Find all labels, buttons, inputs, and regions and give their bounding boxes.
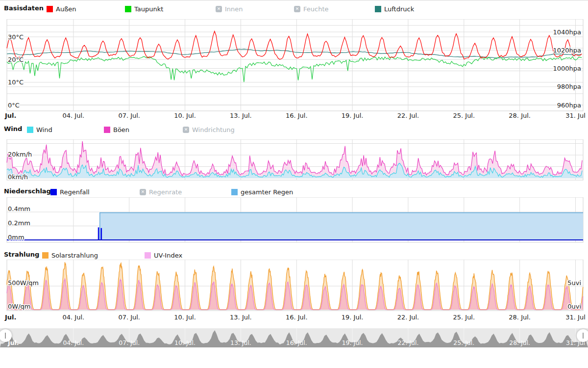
navigator-tick-label: 10. Jul. [174, 339, 196, 346]
weather-dashboard: Basisdaten AußenTaupunkt✕Innen✕FeuchteLu… [0, 0, 588, 368]
legend-swatch [27, 127, 33, 133]
legend-label: Solarstrahlung [51, 252, 98, 259]
legend-item-uv-index[interactable]: UV-Index [145, 251, 182, 259]
y-axis-label: 0uvi [567, 303, 581, 310]
section-title-basisdaten: Basisdaten [4, 4, 44, 12]
x-tick-label: 22. Jul. [397, 112, 419, 119]
section-title-strahlung: Strahlung [4, 251, 39, 258]
x-tick-label: 25. Jul. [453, 112, 475, 119]
navigator-right-handle[interactable] [577, 329, 588, 342]
navigator-tick-label: 25. Jul. [453, 339, 474, 346]
y-axis-label: 0W/qm [8, 303, 30, 310]
wind-legend-row: Wind WindBöen✕Windrichtung [0, 125, 588, 135]
disabled-x-icon: ✕ [140, 189, 146, 195]
legend-label: Taupunkt [134, 5, 163, 13]
legend-label: Innen [225, 5, 243, 13]
navigator-strip[interactable]: Jul.04. Jul.07. Jul.10. Jul.13. Jul.16. … [0, 328, 588, 348]
navigator-tick-label: 28. Jul. [509, 339, 530, 346]
legend-label: Regenrate [149, 188, 182, 196]
disabled-x-icon: ✕ [294, 6, 300, 12]
y-axis-label: 20km/h [8, 151, 32, 158]
y-axis-label: 1040hpa [553, 28, 581, 36]
legend-label: gesamter Regen [241, 188, 293, 196]
x-tick-label: 31. Jul [565, 112, 586, 119]
legend-swatch [50, 189, 57, 195]
navigator-tick-label: 22. Jul. [397, 339, 418, 346]
basisdaten-chart[interactable]: 30°C20°C10°C0°C1040hpa1020hpa1000hpa980h… [0, 19, 588, 111]
x-tick-label: 16. Jul. [286, 112, 308, 119]
navigator-tick-label: 04. Jul. [63, 339, 84, 346]
y-axis-label: 960hpa [557, 102, 581, 109]
wind-chart[interactable]: 20km/h0km/h [0, 139, 588, 181]
y-axis-label: 1020hpa [553, 47, 581, 54]
niederschlag-chart[interactable]: 0.4mm0.2mm0mm [0, 197, 588, 243]
legend-item-taupunkt[interactable]: Taupunkt [125, 5, 163, 13]
y-axis-label: 30°C [8, 33, 24, 41]
navigator-tick-label: 19. Jul. [342, 339, 363, 346]
legend-item-außen[interactable]: Außen [47, 5, 76, 13]
legend-item-regenfall[interactable]: Regenfall [50, 188, 90, 196]
legend-swatch [104, 127, 110, 133]
strahlung-x-axis: Jul.04. Jul.07. Jul.10. Jul.13. Jul.16. … [0, 314, 588, 322]
x-tick-label: 25. Jul. [453, 314, 475, 321]
navigator-handle-grip-icon [583, 333, 584, 339]
y-axis-label: 980hpa [557, 83, 581, 90]
legend-item-solarstrahlung[interactable]: Solarstrahlung [42, 251, 98, 259]
y-axis-label: 0km/h [8, 173, 28, 181]
legend-item-regenrate[interactable]: ✕Regenrate [140, 188, 182, 196]
x-tick-label: 31. Jul [565, 314, 586, 321]
x-tick-label: 07. Jul. [118, 112, 140, 119]
x-tick-label: 19. Jul. [342, 314, 364, 321]
legend-label: Außen [56, 5, 76, 13]
x-tick-label: 28. Jul. [509, 112, 531, 119]
strahlung-legend-row: Strahlung SolarstrahlungUV-Index [0, 251, 588, 261]
x-tick-label: 13. Jul. [230, 314, 252, 321]
y-axis-label: 10°C [8, 79, 24, 86]
legend-swatch [145, 252, 151, 259]
legend-item-wind[interactable]: Wind [27, 126, 52, 133]
legend-label: Windrichtung [192, 126, 235, 133]
x-tick-label: 04. Jul. [63, 112, 85, 119]
navigator-tick-label: 16. Jul. [286, 339, 307, 346]
legend-item-feuchte[interactable]: ✕Feuchte [294, 5, 329, 13]
legend-label: Böen [113, 126, 129, 133]
x-tick-label: 10. Jul. [174, 314, 196, 321]
x-tick-label: 28. Jul. [509, 314, 531, 321]
disabled-x-icon: ✕ [183, 127, 189, 133]
legend-label: Wind [36, 126, 52, 133]
x-tick-label: 19. Jul. [342, 112, 364, 119]
x-tick-label: Jul. [5, 112, 17, 119]
navigator-handle-grip-icon [5, 333, 6, 339]
legend-item-böen[interactable]: Böen [104, 126, 129, 133]
x-tick-label: 10. Jul. [174, 112, 196, 119]
y-axis-label: 0.4mm [8, 205, 30, 212]
y-axis-label: 1000hpa [553, 65, 581, 72]
legend-swatch [47, 6, 53, 12]
niederschlag-legend-row: Niederschlag Regenfall✕Regenrategesamter… [0, 187, 588, 197]
legend-label: Luftdruck [384, 5, 414, 13]
legend-swatch [375, 6, 381, 12]
x-tick-label: 07. Jul. [118, 314, 140, 321]
legend-item-gesamter-regen[interactable]: gesamter Regen [231, 188, 293, 196]
y-axis-label: 500W/qm [8, 279, 39, 287]
x-tick-label: 22. Jul. [397, 314, 419, 321]
legend-swatch [231, 189, 238, 195]
legend-item-windrichtung[interactable]: ✕Windrichtung [183, 126, 235, 133]
y-axis-label: 5uvi [567, 279, 581, 287]
x-tick-label: 13. Jul. [230, 112, 252, 119]
disabled-x-icon: ✕ [216, 6, 222, 12]
navigator-tick-label: 13. Jul. [230, 339, 251, 346]
legend-swatch [125, 6, 131, 12]
y-axis-label: 0mm [8, 234, 24, 241]
y-axis-label: 0°C [8, 102, 20, 109]
basisdaten-x-axis: Jul.04. Jul.07. Jul.10. Jul.13. Jul.16. … [0, 112, 588, 120]
legend-swatch [42, 252, 49, 259]
legend-item-luftdruck[interactable]: Luftdruck [375, 5, 414, 13]
x-tick-label: Jul. [5, 314, 17, 321]
y-axis-label: 20°C [8, 56, 24, 63]
legend-item-innen[interactable]: ✕Innen [216, 5, 243, 13]
x-tick-label: 04. Jul. [63, 314, 85, 321]
section-title-wind: Wind [4, 125, 22, 132]
legend-label: UV-Index [154, 252, 182, 259]
strahlung-chart[interactable]: 500W/qm0W/qm5uvi0uvi [0, 260, 588, 311]
